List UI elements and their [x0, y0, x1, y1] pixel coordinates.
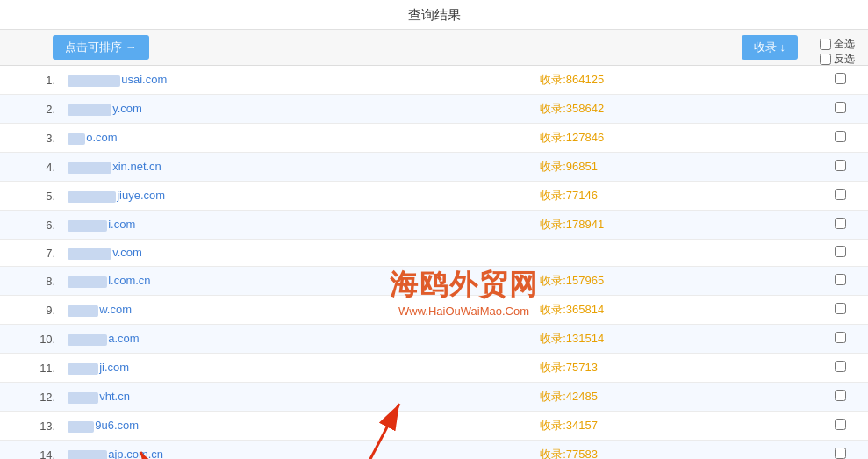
select-all-checkbox[interactable] — [820, 39, 831, 50]
domain-cell: ████jiuye.com — [62, 182, 534, 211]
row-checkbox[interactable] — [835, 189, 846, 200]
row-checkbox[interactable] — [835, 274, 846, 285]
domain-link[interactable]: ajp.com.cn — [108, 448, 163, 459]
domain-link[interactable]: i.com — [108, 218, 135, 231]
domain-link[interactable]: ji.com — [99, 361, 129, 374]
row-checkbox-cell — [813, 240, 868, 267]
domain-blur: ████ — [68, 363, 98, 375]
row-checkbox[interactable] — [835, 303, 846, 314]
table-row: 2.████y.com收录:358642 — [0, 95, 868, 124]
results-table-container: 1.████usai.com收录:8641252.████y.com收录:358… — [0, 66, 868, 459]
select-all-label[interactable]: 全选 — [820, 37, 855, 52]
domain-blur: ████ — [68, 75, 120, 87]
collect-count: 收录:77583 — [534, 441, 812, 460]
table-row: 3.████o.com收录:127846 — [0, 124, 868, 153]
row-checkbox[interactable] — [835, 73, 846, 84]
table-row: 4.████xin.net.cn收录:96851 — [0, 153, 868, 182]
sort-button[interactable]: 点击可排序 → — [53, 35, 149, 60]
row-checkbox-cell — [813, 153, 868, 182]
table-row: 12.████vht.cn收录:42485 — [0, 383, 868, 412]
domain-blur: ████ — [68, 421, 94, 433]
row-number: 8. — [0, 267, 62, 296]
domain-cell: ████a.com — [62, 325, 534, 354]
table-row: 14.████ajp.com.cn收录:77583 — [0, 441, 868, 460]
row-checkbox[interactable] — [835, 419, 846, 430]
domain-link[interactable]: o.com — [86, 131, 117, 144]
domain-link[interactable]: y.com — [112, 102, 142, 115]
table-row: 7.████v.com — [0, 240, 868, 267]
toolbar: 点击可排序 → 收录 ↓ 全选 反选 — [0, 30, 868, 66]
domain-cell: ████vht.cn — [62, 383, 534, 412]
row-checkbox-cell — [813, 354, 868, 383]
row-number: 14. — [0, 441, 62, 460]
row-checkbox-cell — [813, 325, 868, 354]
row-checkbox-cell — [813, 182, 868, 211]
row-number: 10. — [0, 325, 62, 354]
domain-link[interactable]: 9u6.com — [95, 419, 139, 432]
table-row: 5.████jiuye.com收录:77146 — [0, 182, 868, 211]
collect-button[interactable]: 收录 ↓ — [742, 35, 798, 60]
domain-cell: ████usai.com — [62, 66, 534, 95]
row-checkbox[interactable] — [835, 332, 846, 343]
row-checkbox-cell — [813, 95, 868, 124]
collect-count: 收录:127846 — [534, 124, 812, 153]
domain-cell: ████v.com — [62, 240, 534, 267]
domain-blur: ████ — [68, 220, 107, 232]
row-checkbox-cell — [813, 296, 868, 325]
domain-link[interactable]: l.com.cn — [108, 274, 150, 287]
domain-link[interactable]: vht.cn — [99, 390, 130, 403]
select-all-text: 全选 — [834, 37, 855, 52]
deselect-checkbox[interactable] — [820, 54, 831, 65]
row-number: 6. — [0, 211, 62, 240]
domain-link[interactable]: v.com — [112, 246, 142, 259]
domain-link[interactable]: w.com — [99, 303, 132, 316]
row-number: 4. — [0, 153, 62, 182]
row-checkbox-cell — [813, 66, 868, 95]
domain-link[interactable]: jiuye.com — [117, 189, 165, 202]
collect-count: 收录:96851 — [534, 153, 812, 182]
collect-count: 收录:42485 — [534, 383, 812, 412]
page-wrapper: 查询结果 点击可排序 → 收录 ↓ 全选 反选 1.████usai.com收录… — [0, 0, 868, 459]
domain-blur: ████ — [68, 248, 111, 260]
table-row: 6.████i.com收录:178941 — [0, 211, 868, 240]
table-row: 1.████usai.com收录:864125 — [0, 66, 868, 95]
collect-count: 收录:75713 — [534, 354, 812, 383]
domain-blur: ████ — [68, 276, 107, 288]
row-checkbox[interactable] — [835, 160, 846, 171]
row-number: 12. — [0, 383, 62, 412]
row-checkbox[interactable] — [835, 246, 846, 257]
collect-count — [534, 240, 812, 267]
row-checkbox-cell — [813, 124, 868, 153]
table-row: 9.████w.com收录:365814 — [0, 296, 868, 325]
row-checkbox[interactable] — [835, 390, 846, 401]
row-checkbox-cell — [813, 211, 868, 240]
domain-blur: ████ — [68, 450, 107, 459]
results-table: 1.████usai.com收录:8641252.████y.com收录:358… — [0, 66, 868, 459]
deselect-text: 反选 — [834, 52, 855, 67]
row-checkbox[interactable] — [835, 102, 846, 113]
domain-cell: ████ji.com — [62, 354, 534, 383]
row-checkbox[interactable] — [835, 361, 846, 372]
row-checkbox[interactable] — [835, 448, 846, 459]
domain-blur: ████ — [68, 162, 111, 174]
domain-link[interactable]: usai.com — [121, 73, 167, 86]
table-row: 8.████l.com.cn收录:157965 — [0, 267, 868, 296]
collect-count: 收录:358642 — [534, 95, 812, 124]
domain-blur: ████ — [68, 334, 107, 346]
deselect-label[interactable]: 反选 — [820, 52, 855, 67]
domain-link[interactable]: xin.net.cn — [112, 160, 161, 173]
table-row: 11.████ji.com收录:75713 — [0, 354, 868, 383]
row-checkbox[interactable] — [835, 131, 846, 142]
row-number: 2. — [0, 95, 62, 124]
domain-cell: ████o.com — [62, 124, 534, 153]
row-checkbox[interactable] — [835, 218, 846, 229]
collect-count: 收录:365814 — [534, 296, 812, 325]
collect-count: 收录:178941 — [534, 211, 812, 240]
domain-link[interactable]: a.com — [108, 332, 139, 345]
domain-blur: ████ — [68, 392, 98, 404]
domain-blur: ████ — [68, 133, 85, 145]
row-checkbox-cell — [813, 412, 868, 441]
row-number: 13. — [0, 412, 62, 441]
domain-cell: ████i.com — [62, 211, 534, 240]
row-number: 11. — [0, 354, 62, 383]
